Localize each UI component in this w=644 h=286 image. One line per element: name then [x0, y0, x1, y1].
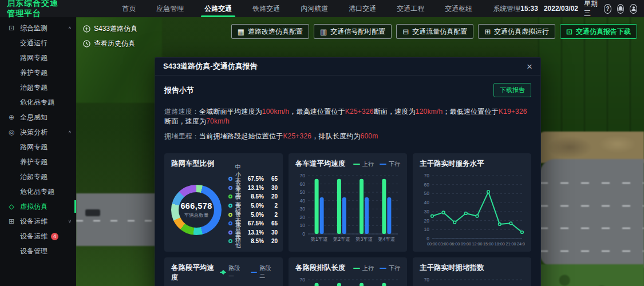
- sidebar-item-label: 危化品专题: [20, 98, 54, 108]
- chevron-up-icon: ∧: [68, 26, 72, 30]
- sidebar-item-label: 设备运维: [20, 217, 48, 227]
- svg-text:40: 40: [300, 198, 306, 204]
- sidebar-item-label: 虚拟仿真: [20, 202, 48, 212]
- nav-right-info: 15:33 2022/03/02 星期三 ?: [520, 0, 644, 18]
- history-label: 查看历史仿真: [94, 39, 135, 49]
- legend-item-下行[interactable]: 下行: [380, 160, 400, 168]
- summary-highlight-value: K25+326: [345, 108, 374, 116]
- legend-item-路段一[interactable]: 路段一: [220, 264, 245, 280]
- legend-label: 上行: [362, 264, 374, 272]
- close-icon[interactable]: ×: [527, 62, 532, 72]
- svg-text:第3车道: 第3车道: [355, 236, 373, 242]
- 交通仿真虚拟运行-button[interactable]: ⊞交通仿真虚拟运行: [478, 24, 555, 39]
- sidebar-item-label: 决策分析: [20, 128, 48, 137]
- legend-item-上行[interactable]: 上行: [353, 160, 374, 168]
- nav-item-港口交通[interactable]: 港口交通: [349, 0, 376, 17]
- sidebar-item-设备运维[interactable]: ⊞设备运维∨: [0, 214, 76, 229]
- legend-marker: [380, 268, 386, 269]
- sidebar-item-label: 路网专题: [20, 53, 48, 63]
- sidebar-item-危化品专题[interactable]: 危化品专题: [0, 184, 76, 199]
- vehicle-total-value: 666,578: [180, 201, 212, 210]
- sidebar-item-设备运维[interactable]: 设备运维4: [0, 229, 76, 244]
- svg-text:70: 70: [424, 173, 430, 178]
- scene-name-item[interactable]: S433道路仿真: [83, 24, 137, 34]
- 道路改造仿真配置-button[interactable]: ▦道路改造仿真配置: [231, 24, 309, 39]
- 交通信号配时配置-button[interactable]: ▥交通信号配时配置: [314, 24, 392, 39]
- modal-header: S433道路仿真-交通仿真报告 ×: [155, 58, 540, 76]
- sidebar-item-设备管理[interactable]: 设备管理: [0, 244, 76, 259]
- vehicle-type-percent: 8.5%: [241, 238, 264, 244]
- notification-icon[interactable]: [617, 4, 625, 14]
- svg-text:70: 70: [300, 173, 306, 178]
- nav-item-交通工程[interactable]: 交通工程: [397, 0, 424, 17]
- sidebar-item-决策分析[interactable]: ◎决策分析∧: [0, 125, 76, 140]
- chart-plot: 010203040506070: [295, 275, 401, 286]
- sidebar-item-全息感知[interactable]: ⊕全息感知: [0, 110, 76, 125]
- legend-diamond-marker: [220, 270, 225, 275]
- pie-legend-marker: [228, 213, 232, 217]
- chart-title: 主干路实时服务水平: [420, 159, 484, 169]
- legend-label: 路段二: [259, 264, 276, 280]
- app-window: 启东综合交通管理平台 首页应急管理公路交通铁路交通内河航道港口交通交通工程交通枢…: [0, 0, 644, 286]
- device-icon: ⊞: [7, 217, 16, 225]
- sidebar-item-路网专题[interactable]: 路网专题: [0, 140, 76, 154]
- sidebar-item-虚拟仿真[interactable]: ◇虚拟仿真: [0, 199, 76, 214]
- sidebar-item-危化品专题[interactable]: 危化品专题: [0, 95, 76, 110]
- history-item[interactable]: 查看历史仿真: [83, 39, 137, 49]
- nav-item-内河航道[interactable]: 内河航道: [301, 0, 328, 17]
- download-report-button[interactable]: 下载报告: [493, 83, 531, 97]
- sidebar-item-治超专题[interactable]: 治超专题: [0, 169, 76, 184]
- nav-item-首页[interactable]: 首页: [122, 0, 136, 17]
- svg-text:60: 60: [424, 182, 430, 188]
- pie-legend-row[interactable]: 其他8.5%20: [228, 237, 278, 246]
- sidebar-item-治超专题[interactable]: 治超专题: [0, 80, 76, 95]
- nav-item-应急管理[interactable]: 应急管理: [156, 0, 184, 17]
- svg-text:21:00: 21:00: [505, 241, 516, 247]
- nav-item-铁路交通[interactable]: 铁路交通: [252, 0, 280, 17]
- map-dirt-patch: [538, 132, 644, 163]
- clock-icon: [83, 40, 90, 47]
- sidebar-item-label: 设备运维: [20, 232, 48, 241]
- 交通仿真报告下载-button[interactable]: ⊡交通仿真报告下载: [560, 24, 637, 39]
- sidebar-item-label: 路网专题: [20, 142, 48, 152]
- sidebar-item-label: 养护专题: [20, 157, 48, 167]
- nav-item-交通枢纽[interactable]: 交通枢纽: [445, 0, 472, 17]
- sidebar-item-综合监测[interactable]: ⊡综合监测∧: [0, 21, 76, 35]
- chart-card-主干路实时服务水平: 主干路实时服务水平01020304050607000:0003:0006:000…: [413, 153, 531, 252]
- summary-line: 道路速度：全域断面平均速度为100km/h，最高速位置位于K25+326断面，速…: [164, 107, 531, 126]
- toolbar-button-label: 交通仿真报告下载: [576, 27, 631, 37]
- chart-title: 各路段排队长度: [295, 263, 346, 273]
- chart-card-各路段排队长度: 各路段排队长度上行下行010203040506070: [289, 257, 407, 286]
- simulation-toolbar: S433道路仿真 查看历史仿真 ▦道路改造仿真配置▥交通信号配时配置⊟交通流量仿…: [83, 24, 637, 54]
- globe-icon: ⊕: [7, 113, 16, 121]
- nav-menu: 首页应急管理公路交通铁路交通内河航道港口交通交通工程交通枢纽系统管理: [122, 0, 520, 17]
- user-icon[interactable]: [630, 4, 637, 14]
- analysis-icon: ◎: [7, 128, 16, 136]
- sidebar-item-label: 交通运行: [20, 38, 48, 48]
- help-icon[interactable]: ?: [604, 4, 611, 14]
- chart-card-header: 主干路实时拥堵指数: [420, 263, 524, 273]
- chart-title: 各路段平均速度: [171, 263, 220, 283]
- pie-legend-marker: [228, 186, 232, 190]
- sidebar-item-养护专题[interactable]: 养护专题: [0, 65, 76, 80]
- summary-highlight-value: 70km/h: [206, 117, 230, 125]
- sidebar-item-交通运行[interactable]: 交通运行: [0, 35, 76, 50]
- map-green-bottom: [538, 264, 644, 286]
- nav-item-公路交通[interactable]: 公路交通: [204, 0, 232, 17]
- vehicle-type-count: 30: [264, 229, 278, 236]
- chart-card-路网车型比例: 路网车型比例666,578车辆总数量中小客车67.5%65大客车13.1%30小…: [164, 153, 283, 252]
- chart-legend: 路段一路段二: [220, 263, 276, 280]
- nav-item-系统管理[interactable]: 系统管理: [493, 0, 520, 17]
- chart-card-各路段平均速度: 各路段平均速度路段一路段二010203040506070: [164, 257, 283, 286]
- sidebar-item-养护专题[interactable]: 养护专题: [0, 154, 76, 169]
- scene-info: S433道路仿真 查看历史仿真: [83, 24, 137, 54]
- sidebar-item-label: 设备管理: [20, 247, 48, 256]
- legend-item-路段二[interactable]: 路段二: [251, 264, 276, 280]
- sidebar-item-label: 治超专题: [20, 172, 48, 182]
- plus-circle-icon: [83, 25, 90, 33]
- legend-item-下行[interactable]: 下行: [380, 264, 400, 272]
- 交通流量仿真配置-button[interactable]: ⊟交通流量仿真配置: [396, 24, 473, 39]
- sidebar-item-路网专题[interactable]: 路网专题: [0, 50, 76, 65]
- traffic-flow-icon: ⊟: [402, 28, 409, 35]
- legend-item-上行[interactable]: 上行: [353, 264, 374, 272]
